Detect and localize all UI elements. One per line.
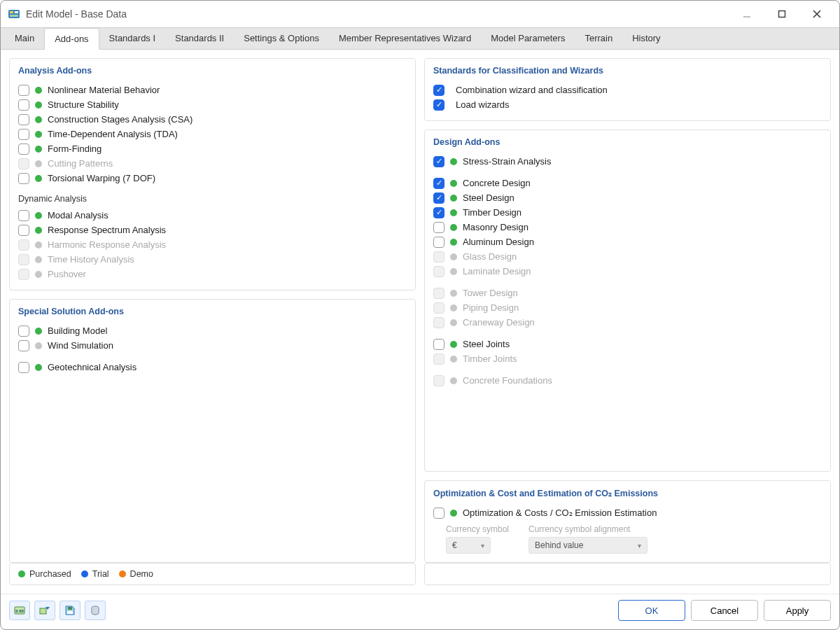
content-area: Analysis Add-ons Nonlinear Material Beha… <box>1 50 839 563</box>
checkbox-timber-joints <box>433 354 444 365</box>
checkbox-masonry[interactable] <box>433 222 444 233</box>
opt-concrete-foundations: Concrete Foundations <box>433 373 822 388</box>
status-dot-icon <box>450 253 457 260</box>
tab-settings-options[interactable]: Settings & Options <box>234 28 329 49</box>
status-dot-icon <box>450 341 457 348</box>
status-dot-icon <box>450 319 457 326</box>
checkbox-concrete[interactable] <box>433 178 444 189</box>
checkbox-concrete-found <box>433 375 444 386</box>
opt-pushover: Pushover <box>18 267 407 281</box>
tab-member-rep-wizard[interactable]: Member Representatives Wizard <box>329 28 481 49</box>
status-dot-icon <box>450 290 457 297</box>
opt-label: Craneway Design <box>463 317 822 328</box>
checkbox-building[interactable] <box>18 326 29 337</box>
tab-addons[interactable]: Add-ons <box>44 28 99 50</box>
opt-label: Masonry Design <box>463 222 822 232</box>
checkbox-form-finding[interactable] <box>18 144 29 155</box>
dot-blue-icon <box>81 570 88 578</box>
opt-label: Modal Analysis <box>48 210 407 220</box>
footer: 0.00 OK Cancel Apply <box>1 594 839 629</box>
opt-label: Glass Design <box>463 251 822 262</box>
select-currency-alignment[interactable]: Behind value▾ <box>528 537 648 554</box>
opt-label: Stress-Strain Analysis <box>463 156 822 167</box>
minimize-button[interactable] <box>736 4 758 24</box>
tab-main[interactable]: Main <box>5 28 44 49</box>
checkbox-optimization[interactable] <box>433 507 444 519</box>
legend-trial: Trial <box>81 569 109 579</box>
opt-laminate-design: Laminate Design <box>433 264 822 279</box>
checkbox-load-wizards[interactable] <box>433 99 444 111</box>
select-currency-symbol[interactable]: €▾ <box>446 537 491 554</box>
opt-nonlinear-material: Nonlinear Material Behavior <box>18 83 407 97</box>
opt-label: Response Spectrum Analysis <box>48 225 407 235</box>
opt-label: Cutting Patterns <box>48 158 407 169</box>
status-dot-icon <box>35 87 42 94</box>
tool-save-button[interactable] <box>59 601 80 620</box>
chevron-down-icon: ▾ <box>638 542 641 550</box>
opt-label: Concrete Design <box>463 178 822 188</box>
legend-purchased: Purchased <box>18 569 71 579</box>
panel-header-opt: Optimization & Cost and Estimation of CO… <box>433 488 822 498</box>
ok-button[interactable]: OK <box>618 600 685 621</box>
checkbox-aluminum[interactable] <box>433 237 444 248</box>
opt-label: Torsional Warping (7 DOF) <box>48 173 407 183</box>
window-controls <box>736 4 832 24</box>
status-dot-icon <box>35 160 42 167</box>
opt-geotechnical: Geotechnical Analysis <box>18 360 407 374</box>
status-dot-icon <box>450 180 457 187</box>
dot-orange-icon <box>119 570 126 578</box>
opt-piping-design: Piping Design <box>433 300 822 315</box>
tool-export-button[interactable] <box>34 601 55 620</box>
checkbox-combo-wizard[interactable] <box>433 85 444 96</box>
checkbox-csa[interactable] <box>18 114 29 125</box>
opt-label: Geotechnical Analysis <box>48 362 407 372</box>
checkbox-wind[interactable] <box>18 340 29 351</box>
panel-header-standards: Standards for Classification and Wizards <box>433 66 822 76</box>
opt-time-history: Time History Analysis <box>18 252 407 267</box>
checkbox-cutting <box>18 158 29 169</box>
opt-label: Time History Analysis <box>48 254 407 265</box>
maximize-button[interactable] <box>771 4 793 24</box>
legend-label: Demo <box>130 569 153 579</box>
tab-standards-1[interactable]: Standards I <box>99 28 166 49</box>
opt-label: Load wizards <box>456 99 822 110</box>
checkbox-steel-joints[interactable] <box>433 339 444 350</box>
right-column: Standards for Classification and Wizards… <box>424 58 831 563</box>
close-button[interactable] <box>806 4 828 24</box>
checkbox-timber[interactable] <box>433 207 444 218</box>
dot-green-icon <box>18 570 25 578</box>
checkbox-geotech[interactable] <box>18 362 29 373</box>
status-dot-icon <box>450 224 457 231</box>
opt-form-finding: Form-Finding <box>18 141 407 156</box>
opt-craneway-design: Craneway Design <box>433 315 822 330</box>
checkbox-response[interactable] <box>18 225 29 236</box>
checkbox-stability[interactable] <box>18 99 29 111</box>
checkbox-stress-strain[interactable] <box>433 156 444 167</box>
checkbox-modal[interactable] <box>18 210 29 221</box>
left-column: Analysis Add-ons Nonlinear Material Beha… <box>9 58 416 563</box>
opt-label: Tower Design <box>463 288 822 298</box>
tool-units-button[interactable]: 0.00 <box>9 601 30 620</box>
checkbox-torsional[interactable] <box>18 173 29 184</box>
checkbox-tda[interactable] <box>18 129 29 140</box>
svg-rect-0 <box>8 10 20 18</box>
tab-model-parameters[interactable]: Model Parameters <box>481 28 575 49</box>
checkbox-nonlinear[interactable] <box>18 85 29 96</box>
tab-standards-2[interactable]: Standards II <box>165 28 234 49</box>
opt-label: Construction Stages Analysis (CSA) <box>48 114 407 125</box>
tab-terrain[interactable]: Terrain <box>575 28 622 49</box>
toolbar-buttons: 0.00 <box>9 601 106 620</box>
opt-label: Time-Dependent Analysis (TDA) <box>48 129 407 139</box>
select-value: € <box>452 540 457 550</box>
legend-panel: Purchased Trial Demo <box>9 563 416 585</box>
tool-database-button[interactable] <box>85 601 106 620</box>
opt-label: Wind Simulation <box>48 340 407 351</box>
apply-button[interactable]: Apply <box>764 600 831 621</box>
checkbox-steel[interactable] <box>433 192 444 204</box>
opt-label: Aluminum Design <box>463 237 822 247</box>
checkbox-glass <box>433 251 444 262</box>
tab-history[interactable]: History <box>622 28 670 49</box>
legend-demo: Demo <box>119 569 153 579</box>
cancel-button[interactable]: Cancel <box>691 600 758 621</box>
opt-construction-stages: Construction Stages Analysis (CSA) <box>18 112 407 127</box>
